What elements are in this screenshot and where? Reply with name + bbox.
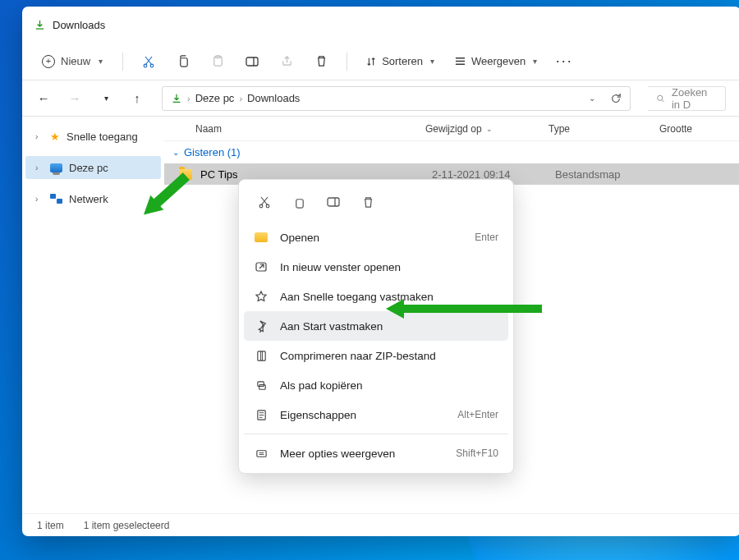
column-headers: Naam Gewijzigd op ⌄ Type Grootte (164, 117, 739, 141)
new-window-icon (254, 260, 269, 273)
more-button[interactable]: ··· (549, 48, 580, 76)
svg-rect-11 (296, 199, 302, 207)
download-icon (171, 93, 182, 104)
svg-point-7 (658, 95, 663, 100)
copy-path-icon (254, 379, 269, 392)
chevron-down-icon: ▾ (533, 57, 537, 66)
forward-button[interactable]: → (68, 91, 81, 105)
cm-open[interactable]: Openen Enter (244, 223, 508, 252)
plus-icon: + (42, 55, 55, 68)
cm-more-options[interactable]: Meer opties weergeven Shift+F10 (244, 438, 508, 468)
svg-rect-12 (328, 198, 339, 206)
svg-rect-2 (180, 58, 186, 67)
chevron-down-icon: ▾ (430, 57, 434, 66)
download-icon (34, 19, 46, 31)
svg-rect-5 (246, 57, 258, 66)
svg-point-10 (266, 204, 269, 208)
svg-rect-19 (259, 384, 265, 389)
back-button[interactable]: ← (37, 91, 50, 105)
delete-button[interactable] (305, 48, 337, 76)
cm-compress-zip[interactable]: Comprimeren naar ZIP-bestand (244, 341, 508, 370)
paste-button[interactable] (202, 48, 233, 76)
chevron-down-icon[interactable]: ⌄ (589, 94, 595, 103)
view-button[interactable]: Weergeven ▾ (446, 48, 545, 76)
cm-delete-button[interactable] (354, 190, 382, 214)
chevron-down-icon: ⌄ (172, 148, 179, 157)
annotation-arrow (386, 295, 542, 323)
rename-button[interactable] (236, 48, 268, 76)
pin-icon (254, 319, 269, 333)
context-menu: Openen Enter In nieuw venster openen Aan… (238, 179, 514, 474)
chevron-down-icon: ▾ (99, 57, 103, 66)
cm-properties[interactable]: Eigenschappen Alt+Enter (244, 400, 508, 429)
status-selected-count: 1 item geselecteerd (84, 520, 170, 531)
svg-point-0 (144, 64, 147, 67)
cm-rename-button[interactable] (319, 190, 347, 214)
star-icon (254, 290, 269, 303)
pc-icon (50, 163, 62, 172)
column-type[interactable]: Type (549, 123, 659, 135)
share-button[interactable] (271, 48, 302, 76)
properties-icon (254, 409, 269, 421)
search-input[interactable]: Zoeken in D (648, 86, 726, 111)
copy-button[interactable] (168, 48, 199, 76)
navbar: ← → ▾ ↑ › Deze pc › Downloads ⌄ Zoeken i… (22, 80, 739, 117)
svg-line-8 (663, 100, 664, 102)
zip-icon (254, 350, 269, 362)
sidebar-item-this-pc[interactable]: › Deze pc (25, 156, 161, 179)
up-button[interactable]: ↑ (131, 91, 144, 105)
cm-open-new-window[interactable]: In nieuw venster openen (244, 252, 508, 282)
cut-button[interactable] (133, 48, 164, 76)
cm-copy-button[interactable] (285, 190, 313, 214)
sort-button[interactable]: Sorteren ▾ (357, 48, 443, 76)
column-name[interactable]: Naam (195, 123, 425, 135)
group-header[interactable]: ⌄ Gisteren (1) (164, 141, 739, 163)
history-dropdown[interactable]: ▾ (99, 94, 112, 103)
svg-point-1 (150, 64, 154, 67)
breadcrumb-segment[interactable]: Downloads (247, 92, 300, 104)
svg-rect-24 (256, 450, 265, 457)
sidebar: › ★ Snelle toegang › Deze pc › Netwerk (22, 117, 164, 513)
status-item-count: 1 item (37, 520, 64, 531)
more-options-icon (254, 448, 269, 460)
svg-marker-28 (386, 299, 542, 319)
cm-copy-path[interactable]: Als pad kopiëren (244, 370, 508, 400)
svg-rect-18 (257, 381, 264, 386)
window-title: Downloads (53, 19, 105, 31)
svg-rect-15 (257, 351, 264, 360)
titlebar: Downloads (22, 7, 739, 43)
breadcrumb-segment[interactable]: Deze pc (195, 92, 235, 104)
folder-icon (254, 232, 269, 242)
column-size[interactable]: Grootte (659, 123, 692, 135)
sort-indicator-icon: ⌄ (486, 125, 493, 133)
column-modified[interactable]: Gewijzigd op ⌄ (425, 123, 549, 135)
statusbar: 1 item 1 item geselecteerd (22, 513, 739, 536)
breadcrumb[interactable]: › Deze pc › Downloads ⌄ (162, 86, 631, 111)
new-button[interactable]: + Nieuw ▾ (32, 48, 112, 75)
cm-cut-button[interactable] (250, 190, 278, 214)
sidebar-item-quick-access[interactable]: › ★ Snelle toegang (25, 125, 161, 148)
network-icon (50, 194, 62, 204)
toolbar: + Nieuw ▾ Sorteren ▾ Wee (22, 43, 739, 80)
refresh-button[interactable] (610, 93, 622, 104)
star-icon: ★ (50, 131, 60, 143)
svg-point-9 (259, 204, 263, 208)
